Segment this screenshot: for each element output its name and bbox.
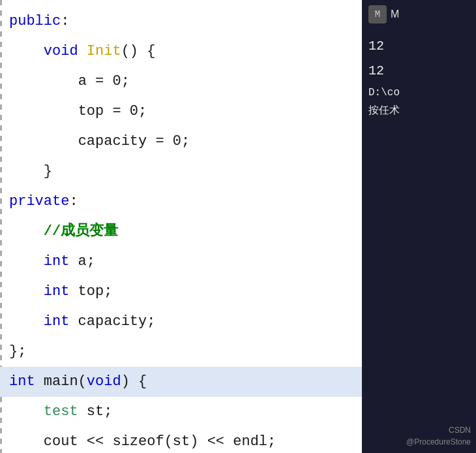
watermark-author: @ProcedureStone bbox=[406, 437, 471, 446]
terminal-output: 1212D:\co按任术 bbox=[368, 34, 469, 448]
csdn-watermark: CSDN @ProcedureStone bbox=[406, 424, 471, 448]
terminal-title: M bbox=[391, 8, 399, 20]
code-content: public: void Init() { a = 0; top = 0; ca… bbox=[0, 0, 362, 453]
terminal-header: M M bbox=[368, 5, 469, 23]
code-editor: public: void Init() { a = 0; top = 0; ca… bbox=[0, 0, 362, 453]
terminal-line: 按任术 bbox=[368, 102, 469, 120]
code-line: capacity = 0; bbox=[9, 127, 362, 157]
terminal-panel: M M 1212D:\co按任术 CSDN @ProcedureStone bbox=[362, 0, 476, 453]
code-line: void Init() { bbox=[9, 37, 362, 67]
watermark-csdn: CSDN bbox=[449, 426, 471, 435]
terminal-line: 12 bbox=[368, 34, 469, 59]
terminal-line: D:\co bbox=[368, 84, 469, 102]
code-line: } bbox=[9, 157, 362, 187]
terminal-icon: M bbox=[368, 5, 387, 23]
terminal-line: 12 bbox=[368, 59, 469, 84]
code-line: private: bbox=[9, 187, 362, 217]
code-line: int main(void) { bbox=[0, 367, 362, 397]
code-line: int a; bbox=[9, 247, 362, 277]
code-line: //成员变量 bbox=[9, 217, 362, 247]
code-line: cout << sizeof(st) << endl; bbox=[9, 427, 362, 453]
terminal-icon-label: M bbox=[375, 9, 380, 20]
code-line: a = 0; bbox=[9, 67, 362, 97]
code-line: test st; bbox=[9, 397, 362, 427]
code-line: }; bbox=[9, 337, 362, 367]
code-line: top = 0; bbox=[9, 97, 362, 127]
code-line: public: bbox=[9, 7, 362, 37]
code-line: int capacity; bbox=[9, 307, 362, 337]
code-line: int top; bbox=[9, 277, 362, 307]
